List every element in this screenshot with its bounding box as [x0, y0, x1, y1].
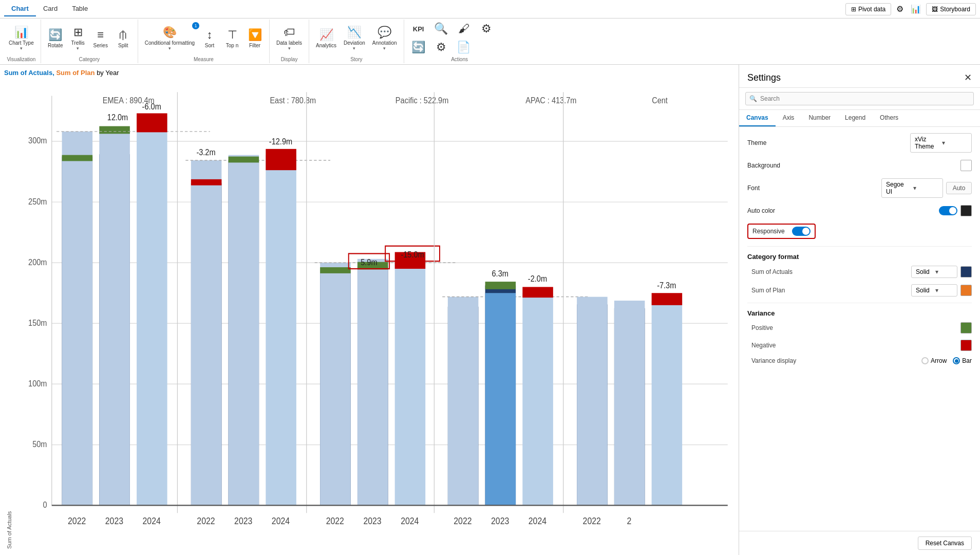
filter-item[interactable]: 🔽 Filter	[244, 27, 265, 50]
split-item[interactable]: ⫛ Split	[113, 27, 134, 50]
conditional-formatting-item[interactable]: 🎨 1 Conditional formatting ▾	[142, 24, 197, 52]
positive-color-swatch[interactable]	[960, 322, 972, 334]
rotate-item[interactable]: 🔄 Rotate	[45, 27, 66, 50]
sum-of-plan-row: Sum of Plan Solid ▾	[747, 284, 972, 297]
pac-2022-variance	[320, 267, 351, 273]
settings-panel: Settings ✕ 🔍 Canvas Axis Number Legend O…	[739, 65, 980, 555]
gear-icon: ⚙	[481, 22, 492, 35]
settings2-item[interactable]: ⚙	[431, 39, 451, 55]
sum-of-actuals-color[interactable]	[960, 266, 972, 278]
emea-2023-variance	[99, 126, 130, 134]
icon-btn-2[interactable]: 📊	[909, 2, 923, 16]
east-2024-variance-neg	[266, 149, 296, 170]
variance-arrow-option[interactable]: Arrow	[921, 357, 947, 364]
conditional-formatting-icon: 🎨	[163, 26, 177, 39]
kpi-icon: KPI	[413, 25, 424, 33]
negative-color-swatch[interactable]	[960, 340, 972, 351]
font-dropdown[interactable]: Segoe UI ▾	[881, 178, 943, 198]
search-icon: 🔍	[749, 95, 757, 102]
data-labels-icon: 🏷	[284, 26, 295, 39]
auto-color-toggle[interactable]	[939, 206, 957, 215]
sum-of-plan-color[interactable]	[960, 285, 972, 296]
annotation-icon: 💬	[378, 26, 391, 39]
emea-2024-variance-neg	[137, 113, 167, 132]
variance-bar-radio[interactable]	[953, 357, 960, 364]
sort-item[interactable]: ↕ Sort	[199, 27, 220, 50]
ribbon-group-visualization: 📊 Chart Type ▾ Visualization	[2, 20, 41, 63]
paint-item[interactable]: 🖌	[454, 21, 474, 37]
positive-row: Positive	[747, 322, 972, 334]
deviation-label: Deviation	[344, 40, 365, 46]
deviation-icon: 📉	[347, 26, 361, 39]
sum-of-actuals-dropdown[interactable]: Solid ▾	[911, 266, 957, 278]
ribbon-group-story: 📈 Analytics 📉 Deviation ▾ 💬 Annotation ▾…	[309, 20, 404, 63]
storyboard-button[interactable]: 🖼 Storyboard	[926, 3, 976, 15]
actions-group-label: Actions	[451, 55, 468, 62]
svg-text:50m: 50m	[32, 439, 47, 449]
filter-icon: 🔽	[248, 28, 262, 42]
variance-arrow-radio[interactable]	[921, 357, 929, 364]
variance-title: Variance	[747, 309, 972, 317]
search-action-icon: 🔍	[434, 22, 448, 35]
settings-close-button[interactable]: ✕	[964, 72, 972, 83]
series-item[interactable]: ≡ Series	[90, 27, 111, 50]
data-labels-item[interactable]: 🏷 Data labels ▾	[274, 24, 305, 52]
refresh-item[interactable]: 🔄	[408, 39, 429, 55]
tab-chart[interactable]: Chart	[4, 2, 36, 16]
main-area: Sum of Actuals, Sum of Plan by Year Sum …	[0, 65, 980, 555]
kpi-item[interactable]: KPI	[408, 24, 429, 34]
settings-body: Theme xViz Theme ▾ Background Font	[739, 127, 980, 531]
settings-tab-axis[interactable]: Axis	[776, 110, 802, 126]
pivot-data-button[interactable]: ⊞ Pivot data	[845, 3, 891, 15]
trellis-caret: ▾	[77, 46, 79, 51]
svg-text:East : 780.8m: East : 780.8m	[270, 96, 316, 105]
ribbon: Chart Card Table ⊞ Pivot data ⚙ 📊 🖼 Stor…	[0, 0, 980, 65]
svg-text:5.9m: 5.9m	[361, 257, 377, 267]
emea-2022-variance	[62, 155, 93, 161]
font-label: Font	[747, 184, 881, 192]
conditional-formatting-caret: ▾	[168, 46, 171, 51]
auto-color-row: Auto color	[747, 205, 972, 216]
series-icon: ≡	[97, 28, 104, 42]
settings-tab-others[interactable]: Others	[873, 110, 906, 126]
background-label: Background	[747, 162, 960, 169]
pivot-icon: ⊞	[851, 6, 856, 13]
settings-tab-legend[interactable]: Legend	[838, 110, 873, 126]
variance-bar-label: Bar	[962, 357, 972, 364]
topn-item[interactable]: ⊤ Top n	[222, 27, 242, 50]
settings-search-input[interactable]	[745, 92, 974, 105]
analytics-item[interactable]: 📈 Analytics	[313, 27, 339, 50]
chart-wrapper: Sum of Actuals 0 50m 100m 150m 200	[4, 81, 734, 551]
measure-group-label: Measure	[194, 55, 214, 62]
background-color-swatch[interactable]	[960, 160, 972, 171]
settings-tab-canvas[interactable]: Canvas	[739, 110, 776, 126]
search-action-item[interactable]: 🔍	[431, 21, 451, 37]
trellis-item[interactable]: ⊞ Trellis ▾	[68, 24, 88, 52]
svg-text:250m: 250m	[28, 197, 47, 206]
sum-of-plan-dropdown[interactable]: Solid ▾	[911, 284, 957, 297]
storyboard-label: Storyboard	[940, 6, 970, 13]
pdf-item[interactable]: 📄	[454, 39, 474, 55]
sum-of-actuals-caret: ▾	[935, 268, 953, 275]
emea-2022-plan	[62, 132, 93, 506]
responsive-label: Responsive	[752, 228, 785, 235]
deviation-item[interactable]: 📉 Deviation ▾	[341, 24, 368, 52]
responsive-toggle[interactable]	[792, 227, 811, 236]
variance-bar-option[interactable]: Bar	[953, 357, 972, 364]
theme-dropdown[interactable]: xViz Theme ▾	[910, 133, 972, 153]
gear-item[interactable]: ⚙	[476, 21, 497, 37]
icon-btn-1[interactable]: ⚙	[894, 2, 906, 16]
display-group-label: Display	[281, 55, 298, 62]
chart-type-item[interactable]: 📊 Chart Type ▾	[6, 24, 36, 52]
annotation-item[interactable]: 💬 Annotation ▾	[370, 24, 400, 52]
sum-of-plan-style: Solid	[916, 287, 933, 294]
settings-tab-number[interactable]: Number	[801, 110, 838, 126]
negative-row: Negative	[747, 340, 972, 351]
sum-of-plan-caret: ▾	[935, 287, 953, 294]
tab-card[interactable]: Card	[36, 2, 65, 16]
reset-canvas-button[interactable]: Reset Canvas	[918, 536, 972, 550]
svg-text:2: 2	[627, 516, 632, 527]
tab-table[interactable]: Table	[65, 2, 95, 16]
emea-2024-light	[137, 116, 167, 505]
auto-color-swatch[interactable]	[960, 205, 972, 216]
